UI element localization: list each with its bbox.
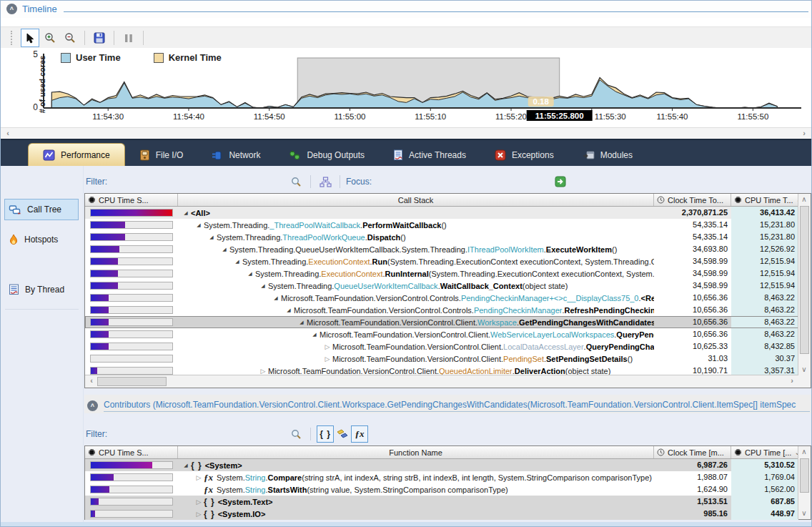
collapse-node-icon[interactable]: ◢: [181, 210, 191, 216]
pause-button[interactable]: [119, 29, 138, 47]
function-name-cell[interactable]: ▷ƒxSystem.String.Compare(string strA, in…: [178, 471, 654, 483]
hierarchy-view-icon[interactable]: [317, 173, 334, 190]
call-stack-cell[interactable]: ◢Microsoft.TeamFoundation.VersionControl…: [178, 316, 654, 328]
tab-active-threads[interactable]: Active Threads: [379, 144, 480, 166]
column-header-cpu-time[interactable]: CPU Time [...⌄: [731, 446, 798, 458]
tab-network[interactable]: Network: [197, 144, 274, 166]
scroll-left-arrow[interactable]: ‹: [2, 128, 14, 139]
table-row[interactable]: ◢System.Threading.QueueUserWorkItemCallb…: [85, 243, 798, 255]
call-stack-cell[interactable]: ◢<All>: [178, 207, 654, 219]
scroll-up-arrow[interactable]: ∧: [798, 194, 810, 205]
function-name-cell[interactable]: ◢{ }<System>: [178, 459, 654, 471]
collapse-node-icon[interactable]: ◢: [245, 271, 255, 277]
call-stack-cell[interactable]: ◢Microsoft.TeamFoundation.VersionControl…: [178, 328, 654, 340]
call-stack-cell[interactable]: ◢System.Threading.ThreadPoolWorkQueue.Di…: [178, 231, 654, 243]
search-icon[interactable]: [287, 173, 304, 190]
horizontal-scrollbar[interactable]: ‹›: [85, 375, 798, 388]
timeline-chart-area[interactable]: # of used cores User Time Kernel Time 50…: [1, 48, 812, 127]
table-row[interactable]: ƒxSystem.String.StartsWith(string value,…: [85, 483, 798, 496]
column-header-cpu-time-s[interactable]: CPU Time S...: [85, 194, 178, 206]
show-functions-toggle[interactable]: ƒx: [351, 425, 368, 443]
call-stack-cell[interactable]: ◢Microsoft.TeamFoundation.VersionControl…: [178, 292, 654, 304]
scroll-right-arrow[interactable]: ›: [786, 375, 798, 387]
collapse-node-icon[interactable]: ◢: [207, 235, 217, 240]
collapse-node-icon[interactable]: ◢: [284, 307, 294, 313]
filter-input[interactable]: [113, 174, 287, 189]
scrollbar-thumb[interactable]: [800, 206, 809, 354]
collapse-contributors-button[interactable]: ˄: [87, 400, 98, 411]
function-name-cell[interactable]: ƒxSystem.String.StartsWith(string value,…: [178, 483, 654, 496]
table-row[interactable]: ◢{ }<System>6,987.265,310.52: [85, 459, 798, 471]
timeline-hscrollbar[interactable]: ‹ ›: [1, 127, 811, 139]
functions-filter-input[interactable]: [113, 427, 287, 441]
collapse-node-icon[interactable]: ◢: [310, 332, 320, 338]
call-stack-cell[interactable]: ◢System.Threading.ExecutionContext.RunIn…: [178, 267, 654, 280]
scrollbar-thumb[interactable]: [800, 458, 809, 493]
tag-filter-icon[interactable]: [334, 425, 351, 443]
scroll-left-arrow[interactable]: ‹: [86, 375, 97, 387]
focus-go-button[interactable]: [552, 173, 569, 190]
search-icon[interactable]: [287, 425, 304, 443]
pointer-tool-button[interactable]: [21, 29, 39, 47]
toolbar-grip[interactable]: [11, 31, 16, 45]
table-row[interactable]: ◢Microsoft.TeamFoundation.VersionControl…: [85, 316, 798, 328]
table-row[interactable]: ◢Microsoft.TeamFoundation.VersionControl…: [85, 292, 798, 304]
collapse-timeline-button[interactable]: ˄: [6, 4, 17, 14]
zoom-out-button[interactable]: [61, 29, 79, 47]
tab-debug-outputs[interactable]: Debug Outputs: [274, 144, 379, 166]
expand-node-icon[interactable]: ▷: [322, 343, 332, 350]
expand-node-icon[interactable]: ▷: [258, 368, 268, 375]
tab-modules[interactable]: Modules: [568, 144, 647, 166]
column-header-clock-time-to[interactable]: Clock Time To...: [654, 194, 731, 206]
table-row[interactable]: ◢Microsoft.TeamFoundation.VersionControl…: [85, 328, 798, 340]
tab-exceptions[interactable]: Exceptions: [480, 144, 568, 166]
collapse-node-icon[interactable]: ◢: [194, 222, 204, 228]
table-row[interactable]: ◢System.Threading.ExecutionContext.Run(S…: [85, 255, 798, 267]
scroll-down-arrow[interactable]: ∨: [798, 508, 810, 519]
column-header-function-name[interactable]: Function Name: [178, 446, 654, 458]
vertical-scrollbar[interactable]: ∧∨: [798, 194, 811, 375]
expand-node-icon[interactable]: ▷: [194, 474, 204, 481]
vertical-scrollbar[interactable]: ∧∨: [798, 446, 811, 519]
call-stack-cell[interactable]: ▷Microsoft.TeamFoundation.VersionControl…: [178, 353, 654, 365]
collapse-node-icon[interactable]: ◢: [181, 463, 191, 468]
scroll-up-arrow[interactable]: ∧: [798, 446, 810, 458]
scrollbar-thumb[interactable]: [97, 377, 167, 386]
table-row[interactable]: ◢System.Threading._ThreadPoolWaitCallbac…: [85, 219, 798, 231]
table-row[interactable]: ◢System.Threading.QueueUserWorkItemCallb…: [85, 280, 798, 292]
collapse-node-icon[interactable]: ◢: [219, 247, 229, 252]
collapse-node-icon[interactable]: ◢: [297, 320, 307, 325]
column-header-cpu-time-t[interactable]: CPU Time T...⌄: [731, 194, 798, 206]
call-stack-cell[interactable]: ◢System.Threading._ThreadPoolWaitCallbac…: [178, 219, 654, 231]
tab-performance[interactable]: Performance: [28, 143, 125, 166]
column-header-cpu-time-s[interactable]: CPU Time S...: [85, 446, 178, 458]
table-row[interactable]: ▷Microsoft.TeamFoundation.VersionControl…: [85, 340, 798, 353]
table-row[interactable]: ▷{ }<System.Text>1,513.51687.85: [85, 496, 798, 508]
table-row[interactable]: ▷{ }<System.IO>985.16448.97: [85, 508, 798, 520]
expand-node-icon[interactable]: ▷: [194, 511, 204, 518]
scroll-down-arrow[interactable]: ∨: [798, 364, 810, 375]
table-row[interactable]: ◢Microsoft.TeamFoundation.VersionControl…: [85, 304, 798, 316]
zoom-in-button[interactable]: [41, 29, 59, 47]
call-stack-cell[interactable]: ◢Microsoft.TeamFoundation.VersionControl…: [178, 304, 654, 316]
table-row[interactable]: ▷ƒxSystem.String.Compare(string strA, in…: [85, 471, 798, 483]
table-row[interactable]: ◢System.Threading.ThreadPoolWorkQueue.Di…: [85, 231, 798, 243]
collapse-node-icon[interactable]: ◢: [232, 259, 242, 265]
function-name-cell[interactable]: ▷{ }<System.IO>: [178, 508, 654, 520]
call-stack-cell[interactable]: ◢System.Threading.QueueUserWorkItemCallb…: [178, 243, 654, 255]
focus-input[interactable]: [377, 174, 552, 189]
sidebar-item-hotspots[interactable]: Hotspots: [4, 229, 79, 250]
collapse-node-icon[interactable]: ◢: [271, 295, 281, 301]
column-header-clock-time-m[interactable]: Clock Time [m...: [654, 446, 731, 458]
expand-node-icon[interactable]: ▷: [322, 355, 332, 363]
sidebar-item-call-tree[interactable]: Call Tree: [4, 199, 79, 220]
save-button[interactable]: [90, 29, 109, 47]
table-row[interactable]: ▷Microsoft.TeamFoundation.VersionControl…: [85, 353, 798, 365]
group-by-namespace-toggle[interactable]: { }: [317, 425, 334, 443]
scroll-right-arrow[interactable]: ›: [798, 128, 810, 139]
expand-node-icon[interactable]: ▷: [194, 498, 204, 506]
sidebar-item-by-thread[interactable]: By Thread: [4, 279, 79, 300]
function-name-cell[interactable]: ▷{ }<System.Text>: [178, 496, 654, 508]
call-stack-cell[interactable]: ◢System.Threading.ExecutionContext.Run(S…: [178, 255, 654, 267]
tab-file-i-o[interactable]: File I/O: [125, 144, 198, 166]
